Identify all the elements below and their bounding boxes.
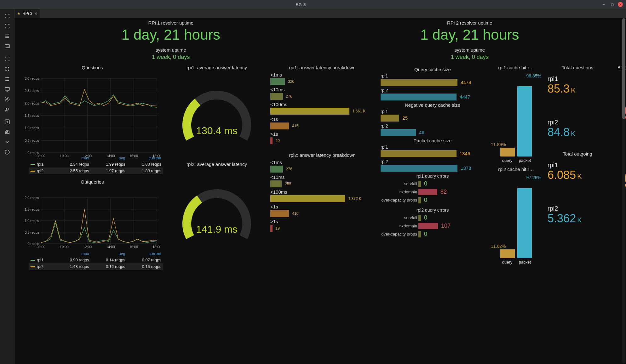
legend-row-rpi2[interactable]: rpi21.48 reqps0.12 reqps0.15 reqps <box>29 263 164 270</box>
total-questions[interactable]: Total questions rpi1 85.3K rpi2 84.8K <box>548 65 607 139</box>
panel-title-rpi2-sysuptime: system uptime <box>320 47 619 53</box>
hit-ratio-rpi1[interactable]: 96.85%11.89%querypacket <box>491 71 541 163</box>
legend-row-rpi1[interactable]: rpi10.90 reqps0.14 reqps0.07 reqps <box>29 257 164 263</box>
tab-rpi3[interactable]: ★ RPi 3 ✕ <box>14 9 40 18</box>
cache-query[interactable]: Query cache size rpi14474 rpi24447 <box>381 67 485 100</box>
window-close-button[interactable]: ✕ <box>618 2 623 7</box>
panel-title-hit-rpi1: rpi1 cache hit r… <box>491 65 541 70</box>
restore-icon[interactable] <box>3 147 12 157</box>
legend-row-rpi2[interactable]: rpi22.55 reqps1.97 reqps1.89 reqps <box>29 168 164 174</box>
panel-title-errors-rpi1: rpi1 query errors <box>381 173 485 179</box>
svg-point-5 <box>6 132 8 133</box>
panel-title-latency-rpi1: rpi1: average answer latency <box>169 65 264 70</box>
outqueries-chart[interactable] <box>21 191 163 251</box>
panel-title-rpi1-uptime: RPi 1 resolver uptime <box>21 20 320 26</box>
panel-title-outqueries: Outqueries <box>21 179 163 185</box>
breakdown-rpi1[interactable]: <1ms320<10ms276<100ms1.661 K<1s415>1s20 <box>270 72 374 144</box>
tab-bar: ★ RPi 3 ✕ <box>14 9 626 18</box>
cache-negative[interactable]: Negative query cache size rpi125 rpi246 <box>381 102 485 136</box>
breakdown-rpi2[interactable]: <1ms276<10ms255<100ms1.372 K<1s410>1s19 <box>270 160 374 232</box>
expand2-icon[interactable] <box>3 54 12 64</box>
star-icon: ★ <box>17 11 20 16</box>
panel-title-breakdown-rpi1: rpi1: answer latency breakdown <box>270 65 374 70</box>
gauge-rpi2[interactable]: 141.9 ms <box>169 170 264 264</box>
panel-title-questions: Questions <box>21 65 163 70</box>
rpi1-system-uptime-value: 1 week, 0 days <box>21 54 320 60</box>
panel-title-latency-rpi2: rpi2: average answer latency <box>169 162 264 167</box>
panel-title-rpi2-uptime: RPi 2 resolver uptime <box>320 20 619 26</box>
breakdown-row: <1ms320 <box>270 72 374 85</box>
collapse-icon[interactable] <box>3 21 12 31</box>
left-toolbar <box>0 9 14 364</box>
window-minimize-button[interactable]: − <box>601 2 606 7</box>
error-row: nxdomain82 <box>381 188 485 196</box>
error-row: over-capacity drops0 <box>381 230 485 238</box>
add-panel-icon[interactable] <box>3 117 12 127</box>
window-controls: − ▢ ✕ <box>601 2 626 7</box>
gear-icon[interactable] <box>3 94 12 104</box>
questions-chart[interactable] <box>21 71 163 155</box>
breakdown-row: <100ms1.661 K <box>270 102 374 115</box>
breakdown-row: <1s410 <box>270 204 374 217</box>
tab-label: RPi 3 <box>22 11 32 16</box>
dashboard-icon[interactable] <box>3 42 12 51</box>
scrollbar-thumb[interactable] <box>622 18 625 119</box>
legend-row-rpi1[interactable]: rpi12.34 reqps1.99 reqps1.83 reqps <box>29 161 164 168</box>
gauge-rpi2-value: 141.9 ms <box>169 224 264 235</box>
svg-rect-1 <box>5 47 9 48</box>
panel-title-rpi1-sysuptime: system uptime <box>21 47 320 53</box>
application-window: RPi 3 − ▢ ✕ ★ <box>0 0 626 364</box>
gauge-rpi1[interactable]: 130.4 ms <box>169 71 264 160</box>
rpi2-resolver-uptime-value: 1 day, 21 hours <box>320 27 619 43</box>
window-titlebar: RPi 3 − ▢ ✕ <box>0 0 626 9</box>
error-row: servfail0 <box>381 180 485 188</box>
monitor-icon[interactable] <box>3 84 12 94</box>
dashboard-container: ★ RPi 3 ✕ RPi 1 resolver uptime 1 day, 2… <box>14 9 626 364</box>
error-row: servfail0 <box>381 214 485 222</box>
window-maximize-button[interactable]: ▢ <box>610 2 615 7</box>
error-row: nxdomain107 <box>381 222 485 230</box>
breakdown-row: <100ms1.372 K <box>270 189 374 202</box>
svg-point-3 <box>6 99 8 100</box>
collapse2-icon[interactable] <box>3 64 12 74</box>
breakdown-row: <10ms276 <box>270 87 374 100</box>
chevron-down-icon[interactable] <box>3 137 12 147</box>
gauge-rpi1-value: 130.4 ms <box>169 125 264 137</box>
close-tab-icon[interactable]: ✕ <box>34 11 37 16</box>
breakdown-row: >1s19 <box>270 219 374 232</box>
breakdown-row: >1s20 <box>270 131 374 144</box>
breakdown-row: <1ms276 <box>270 160 374 173</box>
rpi2-system-uptime-value: 1 week, 0 days <box>320 54 619 60</box>
list2-icon[interactable] <box>3 74 12 84</box>
hit-ratio-rpi2[interactable]: 97.26%11.62%querypacket <box>491 173 541 264</box>
breakdown-row: <10ms255 <box>270 174 374 187</box>
svg-rect-2 <box>5 88 9 90</box>
total-outgoing[interactable]: Total outgoing rpi1 6.085K rpi2 5.362K <box>548 151 607 225</box>
error-row: over-capacity drops0 <box>381 196 485 204</box>
panel-title-breakdown-rpi2: rpi2: answer latency breakdown <box>270 152 374 158</box>
wrench-icon[interactable] <box>3 105 12 114</box>
panel-title-errors-rpi2: rpi2 query errors <box>381 208 485 213</box>
dashboard: RPi 1 resolver uptime 1 day, 21 hours sy… <box>14 18 626 364</box>
errors-rpi1[interactable]: servfail0nxdomain82over-capacity drops0 <box>381 180 485 204</box>
rpi1-resolver-uptime-value: 1 day, 21 hours <box>21 27 320 43</box>
camera-icon[interactable] <box>3 127 12 137</box>
expand-icon[interactable] <box>3 11 12 21</box>
window-title: RPi 3 <box>0 2 601 7</box>
cache-packet[interactable]: Packet cache size rpi11346 rpi21378 <box>381 138 485 172</box>
outqueries-legend: maxavgcurrent rpi10.90 reqps0.14 reqps0.… <box>29 251 164 270</box>
breakdown-row: <1s415 <box>270 117 374 129</box>
list-icon[interactable] <box>3 31 12 41</box>
errors-rpi2[interactable]: servfail0nxdomain107over-capacity drops0 <box>381 214 485 238</box>
panel-title-hit-rpi2: rpi2 cache hit r… <box>491 167 541 172</box>
